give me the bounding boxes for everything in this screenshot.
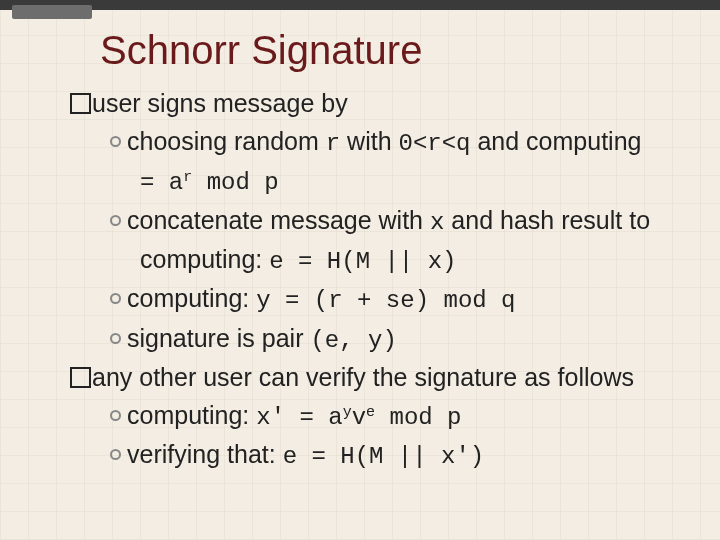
- code-x: x: [430, 209, 444, 236]
- ring-bullet-icon: [110, 449, 121, 460]
- square-bullet-icon: [70, 367, 91, 388]
- text: computing:: [127, 284, 256, 312]
- code-e-hash: e = H(M || x): [269, 248, 456, 275]
- text: and computing: [471, 127, 642, 155]
- bullet-choosing-random: choosing random r with 0<r<q and computi…: [110, 125, 720, 160]
- code-pair: (e, y): [310, 327, 396, 354]
- square-bullet-icon: [70, 93, 91, 114]
- code-sup-y: y: [343, 404, 352, 421]
- text: any other user can verify the signature …: [92, 363, 634, 391]
- code-mod-p: mod p: [192, 169, 278, 196]
- bullet-computing-y: computing: y = (r + se) mod q: [110, 282, 720, 317]
- text: verifying that:: [127, 440, 283, 468]
- text: and hash result to: [444, 206, 650, 234]
- bullet-verifying: verifying that: e = H(M || x'): [110, 438, 720, 473]
- ring-bullet-icon: [110, 410, 121, 421]
- text: computing:: [127, 401, 256, 429]
- section-2-heading: any other user can verify the signature …: [70, 361, 720, 395]
- text: concatenate message with: [127, 206, 430, 234]
- code-sup-r: r: [183, 169, 192, 186]
- code-verify: e = H(M || x'): [283, 443, 485, 470]
- bullet-concatenate-cont: computing: e = H(M || x): [140, 243, 720, 278]
- bullet-choosing-random-cont: = ar mod p: [140, 164, 720, 199]
- code-range: 0<r<q: [399, 130, 471, 157]
- text: signature is pair: [127, 324, 310, 352]
- slide-content: Schnorr Signature user signs message by …: [0, 0, 720, 474]
- code-sup-e: e: [366, 404, 375, 421]
- ring-bullet-icon: [110, 293, 121, 304]
- text: computing:: [140, 245, 269, 273]
- ring-bullet-icon: [110, 215, 121, 226]
- code-y: y = (r + se) mod q: [256, 287, 515, 314]
- ring-bullet-icon: [110, 333, 121, 344]
- code-mod-p2: mod p: [375, 404, 461, 431]
- code-r: r: [326, 130, 340, 157]
- bullet-computing-xprime: computing: x' = ayve mod p: [110, 399, 720, 434]
- text: choosing random: [127, 127, 326, 155]
- text: with: [340, 127, 398, 155]
- code-eq-a: = a: [140, 169, 183, 196]
- ring-bullet-icon: [110, 136, 121, 147]
- code-xprime-a: x' = a: [256, 404, 342, 431]
- code-v: v: [352, 404, 366, 431]
- bullet-concatenate: concatenate message with x and hash resu…: [110, 204, 720, 239]
- section-1-heading: user signs message by: [70, 87, 720, 121]
- bullet-signature-pair: signature is pair (e, y): [110, 322, 720, 357]
- slide-title: Schnorr Signature: [100, 28, 720, 73]
- text: user signs message by: [92, 89, 348, 117]
